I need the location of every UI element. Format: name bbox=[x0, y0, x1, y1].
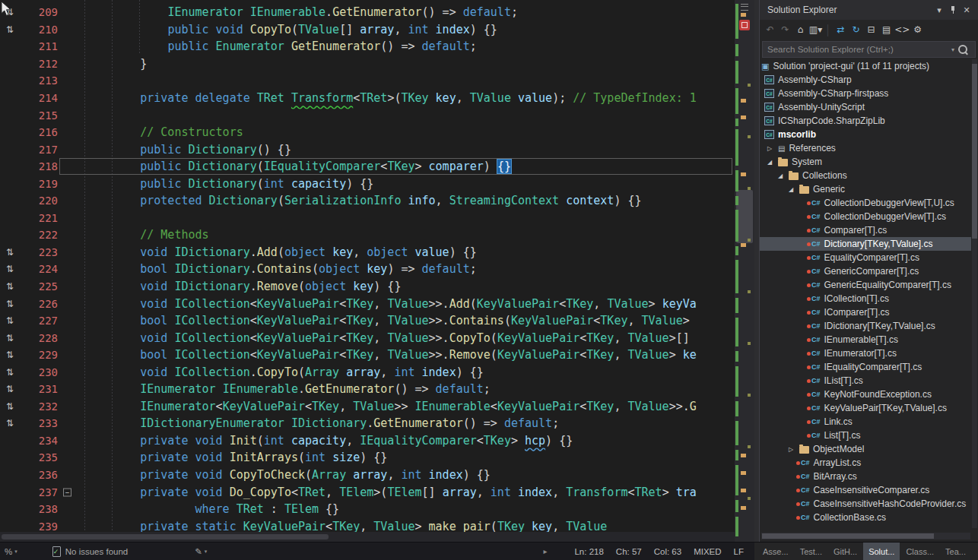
line-number[interactable]: 212 bbox=[20, 58, 59, 70]
code-line-210[interactable]: ⇅210 public void CopyTo(TValue[] array, … bbox=[0, 21, 735, 39]
code-line-238[interactable]: 238 where TRet : TElem {} bbox=[0, 501, 735, 518]
tree-item-collectionbase-cs[interactable]: C#CollectionBase.cs bbox=[760, 511, 971, 524]
code-line-225[interactable]: ⇅225 void IDictionary.Remove(object key)… bbox=[0, 278, 735, 296]
code-line-226[interactable]: ⇅226 void ICollection<KeyValuePair<TKey,… bbox=[0, 295, 735, 312]
tree-horizontal-scrollbar[interactable] bbox=[761, 533, 970, 539]
settings-gear-icon[interactable]: ⚙ bbox=[910, 22, 925, 37]
tree-item-objectmodel[interactable]: ▷ObjectModel bbox=[760, 442, 971, 456]
code-line-224[interactable]: ⇅224 bool IDictionary.Contains(object ke… bbox=[0, 261, 735, 278]
search-dropdown-icon[interactable]: ▾ bbox=[948, 46, 958, 53]
tool-tab-gith[interactable]: GitH... bbox=[828, 543, 862, 560]
override-indicator-icon[interactable]: ⇅ bbox=[0, 350, 20, 360]
code-line-231[interactable]: ⇅231 IEnumerator IEnumerable.GetEnumerat… bbox=[0, 381, 735, 398]
code-text[interactable]: private void CopyToCheck(Array array, in… bbox=[78, 468, 735, 482]
code-line-211[interactable]: 211 public Enumerator GetEnumerator() =>… bbox=[0, 38, 735, 55]
tool-tab-asse[interactable]: Asse... bbox=[757, 543, 794, 560]
collapse-arrow-icon[interactable]: ◢ bbox=[767, 159, 778, 166]
editor-split-handle-icon[interactable] bbox=[741, 4, 748, 11]
vscroll-thumb[interactable] bbox=[736, 190, 753, 243]
code-text[interactable]: private void Init(int capacity, IEqualit… bbox=[78, 434, 735, 448]
tree-item-solution-project-gui-11-of-11-projects-[interactable]: ▣Solution 'project-gui' (11 of 11 projec… bbox=[760, 59, 971, 73]
code-line-229[interactable]: ⇅229 bool ICollection<KeyValuePair<TKey,… bbox=[0, 346, 735, 364]
collapse-arrow-icon[interactable]: ◢ bbox=[778, 172, 789, 179]
code-line-216[interactable]: 216 // Constructors bbox=[0, 124, 735, 141]
override-indicator-icon[interactable]: ⇅ bbox=[0, 384, 20, 394]
code-text[interactable]: void ICollection.CopyTo(Array array, int… bbox=[78, 365, 735, 379]
line-number[interactable]: 229 bbox=[20, 349, 59, 361]
code-line-219[interactable]: 219 public Dictionary(int capacity) {} bbox=[0, 175, 735, 192]
code-line-218[interactable]: 218 public Dictionary(IEqualityComparer<… bbox=[0, 158, 735, 176]
line-number[interactable]: 236 bbox=[20, 469, 59, 481]
line-number[interactable]: 214 bbox=[20, 92, 59, 104]
override-indicator-icon[interactable]: ⇅ bbox=[0, 264, 20, 274]
line-number[interactable]: 228 bbox=[20, 332, 59, 344]
tree-item-collections[interactable]: ◢Collections bbox=[760, 169, 971, 182]
tree-item-iequalitycomparer-t-cs[interactable]: C#IEqualityComparer[T].cs bbox=[760, 360, 971, 374]
code-text[interactable]: IEnumerator IEnumerable.GetEnumerator() … bbox=[78, 5, 735, 19]
override-indicator-icon[interactable]: ⇅ bbox=[0, 24, 20, 35]
code-text[interactable]: IEnumerator IEnumerable.GetEnumerator() … bbox=[78, 382, 735, 396]
code-text[interactable]: private delegate TRet Transform<TRet>(TK… bbox=[78, 91, 735, 105]
line-number[interactable]: 211 bbox=[20, 40, 59, 52]
code-line-232[interactable]: ⇅232 IEnumerator<KeyValuePair<TKey, TVal… bbox=[0, 398, 735, 416]
code-text[interactable]: bool ICollection<KeyValuePair<TKey, TVal… bbox=[78, 314, 735, 327]
window-position-icon[interactable]: ▾ bbox=[932, 3, 946, 17]
code-text[interactable]: void ICollection<KeyValuePair<TKey, TVal… bbox=[78, 297, 735, 311]
code-text[interactable]: private void Do_CopyTo<TRet, TElem>(TEle… bbox=[78, 486, 735, 499]
tree-item-genericcomparer-t-cs[interactable]: C#GenericComparer[T].cs bbox=[760, 264, 971, 278]
chevron-right-icon[interactable]: ▸ bbox=[543, 547, 547, 555]
status-eol[interactable]: LF bbox=[734, 547, 744, 556]
tree-item-ienumerable-t-cs[interactable]: C#IEnumerable[T].cs bbox=[760, 333, 971, 346]
tree-item-references[interactable]: ▷▤References bbox=[760, 141, 971, 155]
tree-item-assembly-csharp-firstpass[interactable]: C#Assembly-CSharp-firstpass bbox=[760, 87, 971, 100]
collapse-all-icon[interactable]: ⊟ bbox=[864, 22, 878, 37]
expand-arrow-icon[interactable]: ▷ bbox=[767, 145, 778, 152]
code-line-228[interactable]: ⇅228 void ICollection<KeyValuePair<TKey,… bbox=[0, 329, 735, 346]
tree-item-caseinsensitivecomparer-cs[interactable]: C#CaseInsensitiveComparer.cs bbox=[760, 483, 971, 497]
tree-item-generic[interactable]: ◢Generic bbox=[760, 182, 971, 196]
tree-vscroll-thumb[interactable] bbox=[972, 64, 977, 239]
back-icon[interactable]: ↶ bbox=[763, 22, 777, 37]
tree-item-mscorlib[interactable]: C#mscorlib bbox=[760, 128, 971, 141]
error-indicator-icon[interactable] bbox=[739, 20, 750, 30]
code-text[interactable]: protected Dictionary(SerializationInfo i… bbox=[78, 194, 735, 207]
override-indicator-icon[interactable]: ⇅ bbox=[0, 299, 20, 309]
line-number[interactable]: 224 bbox=[20, 263, 59, 275]
tree-item-equalitycomparer-t-cs[interactable]: C#EqualityComparer[T].cs bbox=[760, 251, 971, 264]
solution-explorer-search[interactable]: Search Solution Explorer (Ctrl+;) ▾ bbox=[762, 41, 976, 58]
collapse-arrow-icon[interactable]: ◢ bbox=[789, 186, 799, 193]
line-number[interactable]: 216 bbox=[20, 126, 59, 138]
override-indicator-icon[interactable]: ⇅ bbox=[0, 401, 20, 412]
tree-item-genericequalitycomparer-t-cs[interactable]: C#GenericEqualityComparer[T].cs bbox=[760, 278, 971, 292]
code-text[interactable]: void IDictionary.Add(object key, object … bbox=[78, 245, 735, 259]
code-line-223[interactable]: ⇅223 void IDictionary.Add(object key, ob… bbox=[0, 244, 735, 261]
code-line-227[interactable]: ⇅227 bool ICollection<KeyValuePair<TKey,… bbox=[0, 312, 735, 330]
code-line-213[interactable]: 213 bbox=[0, 72, 735, 90]
tree-item-ilist-t-cs[interactable]: C#IList[T].cs bbox=[760, 374, 971, 388]
line-number[interactable]: 239 bbox=[20, 520, 59, 533]
code-line-234[interactable]: 234 private void Init(int capacity, IEqu… bbox=[0, 432, 735, 450]
code-text[interactable]: bool ICollection<KeyValuePair<TKey, TVal… bbox=[78, 348, 735, 362]
line-number[interactable]: 222 bbox=[20, 229, 59, 241]
line-number[interactable]: 230 bbox=[20, 366, 59, 378]
tool-tab-solut[interactable]: Solut... bbox=[863, 543, 900, 560]
line-number[interactable]: 238 bbox=[20, 503, 59, 515]
line-number[interactable]: 232 bbox=[20, 400, 59, 413]
code-text[interactable]: // Methods bbox=[78, 228, 735, 242]
code-text[interactable]: public Dictionary(IEqualityComparer<TKey… bbox=[78, 160, 735, 173]
tree-item-arraylist-cs[interactable]: C#ArrayList.cs bbox=[760, 456, 971, 470]
code-text[interactable]: public Enumerator GetEnumerator() => def… bbox=[78, 40, 735, 53]
line-number[interactable]: 215 bbox=[20, 109, 59, 122]
override-indicator-icon[interactable]: ⇅ bbox=[0, 418, 20, 429]
editor-vertical-scrollbar[interactable] bbox=[735, 0, 754, 542]
override-indicator-icon[interactable]: ⇅ bbox=[0, 367, 20, 378]
tree-item-comparer-t-cs[interactable]: C#Comparer[T].cs bbox=[760, 223, 971, 237]
line-number[interactable]: 234 bbox=[20, 435, 59, 447]
hscroll-thumb[interactable] bbox=[2, 534, 329, 539]
show-all-files-icon[interactable]: ▤ bbox=[879, 22, 894, 37]
code-line-235[interactable]: 235 private void InitArrays(int size) {} bbox=[0, 449, 735, 467]
line-number[interactable]: 220 bbox=[20, 195, 59, 207]
code-text[interactable]: public void CopyTo(TValue[] array, int i… bbox=[78, 23, 735, 36]
override-indicator-icon[interactable]: ⇅ bbox=[0, 333, 20, 343]
code-text[interactable]: public Dictionary(int capacity) {} bbox=[78, 177, 735, 191]
